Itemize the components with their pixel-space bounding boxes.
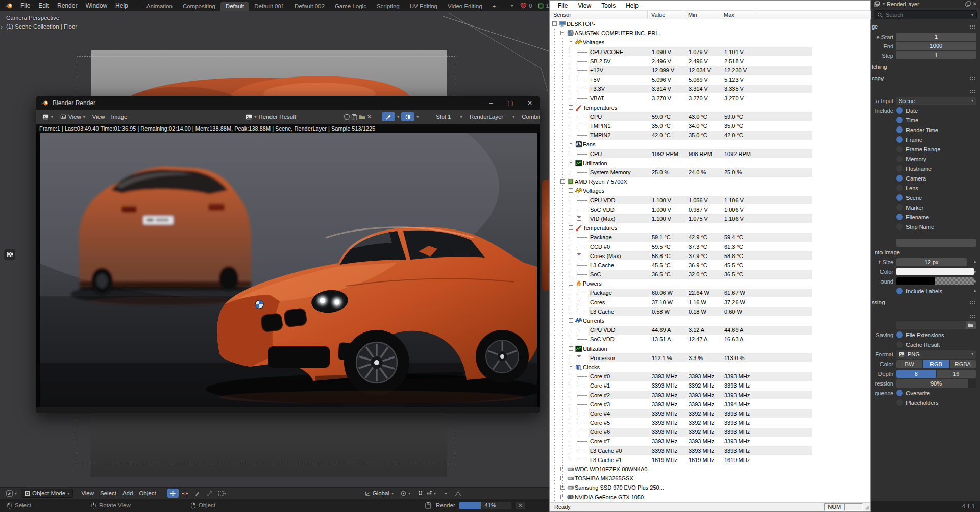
panel-header-collapsed[interactable] bbox=[872, 87, 976, 95]
move-gizmo-icon[interactable] bbox=[167, 489, 179, 498]
checkbox[interactable] bbox=[896, 156, 903, 162]
tree-expand-toggle[interactable]: − bbox=[560, 31, 565, 35]
viewport-menu-add[interactable]: Add bbox=[119, 489, 136, 497]
workspace-tab[interactable]: Default.002 bbox=[289, 2, 330, 11]
sensor-name[interactable]: CPU VDD bbox=[590, 196, 616, 205]
properties-header[interactable]: ▾ RenderLayer ✕ bbox=[871, 0, 980, 8]
drag-dots-icon[interactable] bbox=[969, 90, 976, 93]
maximize-button[interactable]: ▢ bbox=[501, 96, 520, 110]
sensor-name[interactable]: Voltages bbox=[583, 38, 604, 47]
sensor-row[interactable]: Core #73393 MHz3393 MHz3393 MHz bbox=[550, 437, 870, 446]
sensor-row[interactable]: −Powers bbox=[550, 279, 870, 288]
sensor-row[interactable]: −Temperatures bbox=[550, 103, 870, 112]
sensor-row[interactable]: TMPIN242.0 °C35.0 °C42.0 °C bbox=[550, 131, 870, 140]
checkbox[interactable] bbox=[896, 175, 903, 182]
tree-expand-toggle[interactable]: + bbox=[560, 485, 565, 490]
monitor-menu-tools[interactable]: Tools bbox=[597, 1, 620, 10]
topbar-menu-render[interactable]: Render bbox=[53, 1, 81, 10]
panel-header[interactable]: ssing bbox=[872, 298, 976, 306]
checkbox[interactable] bbox=[896, 223, 903, 230]
sensor-name[interactable]: NVIDIA GeForce GTX 1050 bbox=[575, 493, 644, 502]
checkbox[interactable] bbox=[896, 341, 903, 348]
tree-expand-toggle[interactable]: − bbox=[569, 188, 573, 193]
workspace-tab[interactable]: Game Logic bbox=[330, 2, 372, 11]
sensor-name[interactable]: TMPIN1 bbox=[590, 121, 610, 131]
sensor-row[interactable]: L3 Cache0.58 W0.18 W0.60 W bbox=[550, 307, 870, 316]
sensor-row[interactable]: −Clocks bbox=[550, 363, 870, 372]
field-value[interactable]: 1 bbox=[896, 51, 976, 59]
sensor-name[interactable]: +5V bbox=[590, 75, 600, 84]
sensor-name[interactable]: ASUSTeK COMPUTER INC. PRI... bbox=[575, 29, 662, 38]
render-window-titlebar[interactable]: Blender Render – ▢ ✕ bbox=[36, 96, 540, 110]
sensor-row[interactable]: Package60.06 W22.64 W61.67 W bbox=[550, 288, 870, 297]
sensor-name[interactable]: AMD Ryzen 7 5700X bbox=[575, 177, 627, 186]
overlays-toggle-icon[interactable] bbox=[401, 112, 414, 121]
column-header-value[interactable]: Value bbox=[648, 11, 684, 19]
sensor-row[interactable]: SoC VDD1.000 V0.987 V1.006 V bbox=[550, 205, 870, 214]
sensor-name[interactable]: Clocks bbox=[583, 363, 600, 372]
sensor-name[interactable]: +3.3V bbox=[590, 84, 605, 93]
sensor-name[interactable]: Package bbox=[590, 288, 612, 297]
drag-dots-icon[interactable] bbox=[969, 76, 976, 80]
sensor-row[interactable]: −AMD Ryzen 7 5700X bbox=[550, 177, 870, 186]
workspace-tab[interactable]: Animation bbox=[141, 2, 178, 11]
checkbox[interactable] bbox=[896, 117, 903, 123]
sensor-name[interactable]: Package bbox=[590, 233, 612, 242]
tree-expand-toggle[interactable]: + bbox=[577, 300, 581, 304]
tree-expand-toggle[interactable]: − bbox=[569, 346, 573, 351]
sensor-row[interactable]: Core #43393 MHz3392 MHz3393 MHz bbox=[550, 409, 870, 418]
drag-dots-icon[interactable] bbox=[969, 314, 976, 318]
sensor-row[interactable]: SoC VDD13.51 A12.47 A16.63 A bbox=[550, 335, 870, 344]
sensor-name[interactable]: SB 2.5V bbox=[590, 57, 610, 66]
dropdown-button[interactable]: Scene▾ bbox=[896, 97, 976, 105]
proportional-edit-icon[interactable] bbox=[440, 489, 451, 498]
sensor-name[interactable]: Core #7 bbox=[590, 437, 610, 446]
browse-folder-button[interactable] bbox=[966, 321, 976, 329]
sensor-row[interactable]: −Currents bbox=[550, 316, 870, 325]
topbar-menu-file[interactable]: File bbox=[16, 1, 34, 10]
monitor-menu-view[interactable]: View bbox=[574, 1, 595, 10]
sensor-name[interactable]: Core #2 bbox=[590, 391, 610, 400]
column-header-blank[interactable] bbox=[756, 11, 871, 19]
workspace-tab[interactable]: + bbox=[487, 2, 501, 11]
editor-type-button[interactable]: ▾ bbox=[3, 489, 20, 498]
color-swatch[interactable] bbox=[896, 277, 974, 285]
sensor-name[interactable]: TMPIN2 bbox=[590, 131, 610, 140]
sensor-row[interactable]: L3 Cache #11619 MHz1619 MHz1619 MHz bbox=[550, 455, 870, 465]
sensor-name[interactable]: Core #1 bbox=[590, 381, 610, 390]
panel-header[interactable]: tching bbox=[872, 63, 976, 71]
drag-dots-icon[interactable] bbox=[969, 301, 976, 304]
slider-control[interactable]: 90% bbox=[896, 379, 976, 388]
monitor-menu-file[interactable]: File bbox=[554, 1, 572, 10]
viewport-menu-select[interactable]: Select bbox=[97, 489, 119, 497]
sensor-row[interactable]: +Samsung SSD 970 EVO Plus 250... bbox=[550, 483, 870, 492]
tree-expand-toggle[interactable]: − bbox=[560, 179, 565, 184]
sensor-name[interactable]: CPU bbox=[590, 112, 602, 121]
sensor-row[interactable]: −ASUSTeK COMPUTER INC. PRI... bbox=[550, 29, 870, 38]
sensor-row[interactable]: CCD #059.5 °C37.3 °C61.3 °C bbox=[550, 242, 870, 251]
view-mode-dropdown[interactable]: View ▾ bbox=[57, 113, 88, 121]
update-toggle-icon[interactable] bbox=[382, 112, 395, 121]
panel-header[interactable]: copy bbox=[872, 74, 976, 82]
sensor-row[interactable]: +Cores37.10 W1.16 W37.26 W bbox=[550, 298, 870, 307]
sensor-row[interactable]: +NVIDIA GeForce GTX 1050 bbox=[550, 493, 870, 502]
close-button[interactable]: ✕ bbox=[520, 96, 540, 110]
sensor-row[interactable]: CPU1092 RPM908 RPM1092 RPM bbox=[550, 149, 870, 159]
checkbox[interactable] bbox=[896, 185, 903, 191]
viewport-menu-object[interactable]: Object bbox=[136, 489, 159, 497]
sensor-name[interactable]: Core #5 bbox=[590, 418, 610, 427]
field-value[interactable]: 12 px bbox=[896, 258, 967, 266]
sensor-row[interactable]: −DESKTOP- bbox=[550, 19, 870, 29]
sensor-name[interactable]: CPU VCORE bbox=[590, 47, 623, 57]
sensor-row[interactable]: +TOSHIBA MK3265GSX bbox=[550, 474, 870, 483]
sensor-name[interactable]: Cores (Max) bbox=[590, 251, 621, 261]
sensor-row[interactable]: Core #53393 MHz3392 MHz3393 MHz bbox=[550, 418, 870, 427]
sensor-row[interactable]: +12V12.099 V12.034 V12.230 V bbox=[550, 66, 870, 75]
output-path-field[interactable] bbox=[896, 321, 966, 329]
sensor-name[interactable]: SoC VDD bbox=[590, 205, 615, 214]
sensor-row[interactable]: Core #13393 MHz3392 MHz3393 MHz bbox=[550, 381, 870, 390]
tree-expand-toggle[interactable]: + bbox=[560, 495, 565, 499]
monitor-menu-help[interactable]: Help bbox=[622, 1, 643, 10]
sensor-name[interactable]: Core #4 bbox=[590, 409, 610, 418]
workspace-tab[interactable]: Default bbox=[220, 2, 249, 11]
